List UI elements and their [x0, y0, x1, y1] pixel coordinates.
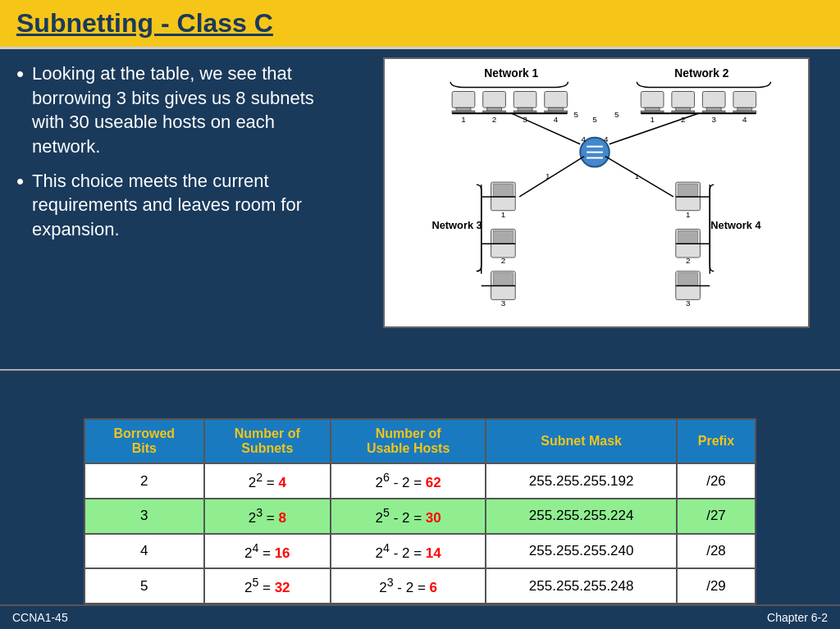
svg-text:3: 3: [712, 115, 717, 124]
cell-hosts: 26 - 2 = 62: [331, 463, 486, 499]
cell-hosts: 24 - 2 = 14: [331, 534, 486, 569]
bullet-list: Looking at the table, we see that borrow…: [16, 62, 336, 242]
table-row: 2 22 = 4 26 - 2 = 62 255.255.255.192 /26: [84, 463, 756, 499]
cell-hosts: 25 - 2 = 30: [331, 499, 486, 534]
svg-rect-20: [641, 92, 664, 108]
col-header-subnets: Number ofSubnets: [204, 419, 331, 463]
svg-rect-21: [645, 107, 660, 111]
cell-subnets: 24 = 16: [204, 534, 331, 569]
svg-rect-32: [733, 92, 756, 108]
network-diagram: Network 1 Network 2 1 2: [383, 57, 810, 328]
svg-rect-15: [545, 92, 568, 108]
cell-prefix: /27: [677, 499, 756, 534]
svg-text:Network 4: Network 4: [710, 219, 761, 231]
cell-bits: 4: [84, 534, 204, 569]
svg-text:Network 2: Network 2: [674, 66, 728, 80]
svg-text:4: 4: [742, 115, 747, 124]
svg-rect-3: [452, 92, 475, 108]
svg-text:1: 1: [650, 115, 654, 124]
svg-rect-25: [676, 107, 691, 111]
cell-subnets: 22 = 4: [204, 463, 331, 499]
svg-rect-24: [672, 92, 695, 108]
cell-prefix: /28: [677, 534, 756, 569]
svg-text:4: 4: [604, 134, 609, 144]
svg-text:5: 5: [592, 115, 597, 124]
footer: CCNA1-45 Chapter 6-2: [0, 604, 840, 629]
svg-text:1: 1: [501, 210, 505, 219]
cell-mask: 255.255.255.192: [486, 463, 677, 499]
svg-text:1: 1: [635, 171, 639, 180]
header: Subnetting - Class C: [0, 0, 840, 49]
table-row-highlighted: 3 23 = 8 25 - 2 = 30 255.255.255.224 /27: [84, 499, 756, 534]
table-section: BorrowedBits Number ofSubnets Number ofU…: [84, 418, 756, 604]
svg-text:1: 1: [686, 210, 690, 219]
cell-prefix: /29: [677, 568, 756, 604]
cell-subnets: 23 = 8: [204, 499, 331, 534]
svg-rect-28: [702, 92, 725, 108]
cell-bits: 2: [84, 463, 204, 499]
network-svg: Network 1 Network 2 1 2: [385, 59, 808, 326]
table-row: 5 25 = 32 23 - 2 = 6 255.255.255.248 /29: [84, 568, 756, 604]
svg-rect-11: [514, 92, 536, 108]
svg-rect-4: [456, 107, 471, 111]
footer-left: CCNA1-45: [12, 611, 68, 624]
table-row: 4 24 = 16 24 - 2 = 14 255.255.255.240 /2…: [84, 534, 756, 569]
page-title: Subnetting - Class C: [16, 8, 824, 39]
footer-right: Chapter 6-2: [767, 611, 828, 624]
svg-text:4: 4: [581, 134, 586, 144]
svg-rect-50: [494, 184, 514, 197]
cell-mask: 255.255.255.240: [486, 534, 677, 569]
svg-text:Network 1: Network 1: [484, 66, 538, 80]
svg-text:3: 3: [686, 299, 691, 308]
cell-mask: 255.255.255.224: [486, 499, 677, 534]
svg-text:2: 2: [492, 115, 496, 124]
svg-rect-33: [737, 107, 752, 111]
col-header-borrowed-bits: BorrowedBits: [84, 419, 204, 463]
subnetting-table: BorrowedBits Number ofSubnets Number ofU…: [84, 418, 756, 604]
bullet-text-1: Looking at the table, we see that borrow…: [32, 62, 336, 159]
bullet-text-2: This choice meets the current requiremen…: [32, 169, 336, 242]
separator: [0, 369, 840, 371]
svg-text:1: 1: [546, 171, 550, 180]
svg-rect-16: [549, 107, 564, 111]
svg-text:1: 1: [461, 115, 465, 124]
svg-rect-7: [483, 92, 506, 108]
bullet-item-1: Looking at the table, we see that borrow…: [16, 62, 336, 159]
svg-text:3: 3: [501, 299, 506, 308]
cell-bits: 3: [84, 499, 204, 534]
svg-text:5: 5: [614, 110, 619, 119]
cell-bits: 5: [84, 568, 204, 604]
cell-subnets: 25 = 32: [204, 568, 331, 604]
svg-rect-63: [678, 184, 698, 197]
svg-text:5: 5: [574, 110, 579, 119]
svg-rect-66: [678, 230, 698, 244]
svg-text:2: 2: [501, 256, 505, 265]
col-header-mask: Subnet Mask: [486, 419, 677, 463]
svg-rect-53: [494, 230, 514, 244]
cell-hosts: 23 - 2 = 6: [331, 568, 486, 604]
svg-rect-8: [487, 107, 502, 111]
col-header-hosts: Number ofUsable Hosts: [331, 419, 486, 463]
cell-prefix: /26: [677, 463, 756, 499]
svg-text:4: 4: [554, 115, 559, 124]
cell-mask: 255.255.255.248: [486, 568, 677, 604]
col-header-prefix: Prefix: [677, 419, 756, 463]
svg-text:Network 3: Network 3: [431, 219, 482, 231]
svg-text:2: 2: [686, 256, 690, 265]
svg-rect-29: [706, 107, 721, 111]
bullet-item-2: This choice meets the current requiremen…: [16, 169, 336, 242]
svg-rect-69: [678, 273, 698, 286]
svg-rect-12: [518, 107, 532, 111]
svg-rect-56: [494, 273, 514, 286]
